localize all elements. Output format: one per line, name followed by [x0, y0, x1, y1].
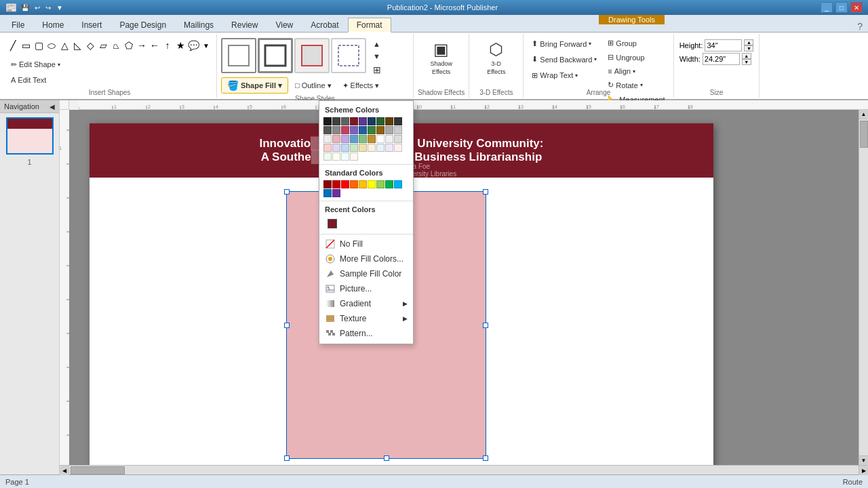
- align-button[interactable]: ≡ Align ▾: [604, 65, 669, 77]
- scheme-color-15[interactable]: [368, 126, 376, 134]
- scheme-color-18[interactable]: [394, 126, 402, 134]
- scheme-color-12[interactable]: [341, 126, 349, 134]
- scheme-color-9[interactable]: [394, 117, 402, 125]
- quick-redo[interactable]: ↪: [44, 4, 52, 12]
- scheme-color-1[interactable]: [323, 117, 332, 125]
- scroll-thumb[interactable]: [860, 121, 868, 148]
- vertical-scrollbar[interactable]: ▲ ▼: [859, 110, 868, 465]
- shape-arrow[interactable]: →: [136, 39, 148, 52]
- 3d-effects-btn[interactable]: ⬡ 3-D Effects: [473, 35, 519, 79]
- scheme-color-30[interactable]: [341, 144, 349, 152]
- shape-outline-button[interactable]: □ Outline ▾: [291, 78, 336, 93]
- send-backward-arrow[interactable]: ▾: [594, 56, 597, 62]
- shape-style-4[interactable]: [331, 38, 366, 73]
- selection-handle-ml[interactable]: [284, 323, 290, 328]
- sample-fill-color-item[interactable]: Sample Fill Color: [319, 266, 413, 281]
- scheme-color-2[interactable]: [332, 117, 340, 125]
- scheme-color-8[interactable]: [385, 117, 393, 125]
- shape-callout[interactable]: 💬: [187, 39, 199, 52]
- std-color-3[interactable]: [341, 180, 349, 188]
- bring-forward-arrow[interactable]: ▾: [589, 41, 591, 47]
- scheme-color-10[interactable]: [323, 126, 332, 134]
- std-color-2[interactable]: [332, 180, 340, 188]
- shape-oval[interactable]: ⬭: [45, 39, 58, 52]
- scheme-color-7[interactable]: [376, 117, 384, 125]
- send-backward-button[interactable]: ⬇ Send Backward ▾: [528, 52, 601, 66]
- scheme-color-27[interactable]: [394, 135, 402, 143]
- std-color-11[interactable]: [332, 189, 340, 197]
- std-color-9[interactable]: [394, 180, 402, 188]
- shape-line[interactable]: ╱: [7, 39, 19, 52]
- shape-style-2[interactable]: [258, 38, 293, 73]
- shadow-effects-btn[interactable]: ▣ Shadow Effects: [418, 35, 465, 79]
- wrap-text-arrow[interactable]: ▾: [575, 73, 578, 79]
- scheme-color-29[interactable]: [332, 144, 340, 152]
- scheme-color-26[interactable]: [385, 135, 393, 143]
- scheme-color-3[interactable]: [341, 117, 349, 125]
- wrap-text-button[interactable]: ⊞ Wrap Text ▾: [528, 68, 601, 83]
- shape-pentagon[interactable]: ⬠: [123, 39, 135, 52]
- restore-button[interactable]: □: [835, 2, 848, 13]
- more-fill-colors-item[interactable]: More Fill Colors...: [319, 251, 413, 266]
- selection-handle-tr[interactable]: [483, 189, 488, 195]
- selection-handle-mr[interactable]: [483, 323, 488, 328]
- scheme-color-38[interactable]: [332, 152, 340, 161]
- bring-forward-button[interactable]: ⬆ Bring Forward ▾: [528, 37, 601, 51]
- width-down[interactable]: ▼: [742, 59, 751, 65]
- std-color-4[interactable]: [350, 180, 358, 188]
- tab-home[interactable]: Home: [33, 17, 73, 32]
- shape-triangle[interactable]: △: [58, 39, 71, 52]
- tab-format[interactable]: Format: [348, 18, 391, 33]
- scheme-color-39[interactable]: [341, 152, 349, 161]
- align-arrow[interactable]: ▾: [633, 68, 635, 75]
- scheme-color-23[interactable]: [359, 135, 367, 143]
- gradient-item[interactable]: Gradient ▶: [319, 296, 413, 311]
- page-thumbnail[interactable]: [6, 117, 54, 155]
- scheme-color-14[interactable]: [359, 126, 367, 134]
- scheme-color-4[interactable]: [350, 117, 358, 125]
- scheme-color-25[interactable]: [376, 135, 384, 143]
- scheme-color-40[interactable]: [350, 152, 358, 161]
- quick-undo[interactable]: ↩: [33, 4, 41, 12]
- shape-style-3[interactable]: [294, 38, 330, 73]
- tab-acrobat[interactable]: Acrobat: [302, 17, 347, 32]
- scroll-up-btn[interactable]: ▲: [859, 110, 869, 119]
- scheme-color-34[interactable]: [376, 144, 384, 152]
- scheme-color-16[interactable]: [376, 126, 384, 134]
- close-button[interactable]: ✕: [850, 2, 863, 13]
- scheme-color-28[interactable]: [323, 144, 332, 152]
- scheme-color-36[interactable]: [394, 144, 402, 152]
- shape-effects-button[interactable]: ✦ Effects ▾: [338, 78, 383, 93]
- std-color-1[interactable]: [323, 180, 332, 188]
- scheme-color-22[interactable]: [350, 135, 358, 143]
- height-down[interactable]: ▼: [744, 45, 753, 52]
- scheme-color-21[interactable]: [341, 135, 349, 143]
- shape-leftarrow[interactable]: ←: [149, 39, 161, 52]
- height-up[interactable]: ▲: [744, 39, 753, 45]
- scheme-color-20[interactable]: [332, 135, 340, 143]
- more-styles-all[interactable]: ⊞: [369, 62, 385, 77]
- more-styles-up[interactable]: ▲: [369, 38, 385, 50]
- group-button[interactable]: ⊞ Group: [604, 37, 669, 49]
- shape-uparrow[interactable]: ↑: [161, 39, 174, 52]
- hscroll-thumb[interactable]: [71, 466, 125, 474]
- scheme-color-24[interactable]: [368, 135, 376, 143]
- pattern-item[interactable]: Pattern...: [319, 326, 413, 341]
- std-color-7[interactable]: [376, 180, 384, 188]
- quick-save[interactable]: 💾: [20, 4, 31, 12]
- std-color-10[interactable]: [323, 189, 332, 197]
- scheme-color-33[interactable]: [368, 144, 376, 152]
- scheme-color-31[interactable]: [350, 144, 358, 152]
- height-input[interactable]: [705, 39, 742, 52]
- shape-parallelogram[interactable]: ▱: [97, 39, 109, 52]
- scheme-color-5[interactable]: [359, 117, 367, 125]
- shape-fill-button[interactable]: 🪣 Shape Fill ▾: [221, 77, 288, 94]
- shape-trapezoid[interactable]: ⏢: [110, 39, 122, 52]
- tab-insert[interactable]: Insert: [73, 17, 111, 32]
- scroll-down-btn[interactable]: ▼: [859, 455, 869, 465]
- shape-rtriangle[interactable]: ◺: [71, 39, 83, 52]
- selection-handle-bc[interactable]: [384, 455, 389, 461]
- texture-item[interactable]: Texture ▶: [319, 311, 413, 326]
- recent-color-1[interactable]: [328, 219, 337, 228]
- edit-text-button[interactable]: A Edit Text: [7, 73, 50, 87]
